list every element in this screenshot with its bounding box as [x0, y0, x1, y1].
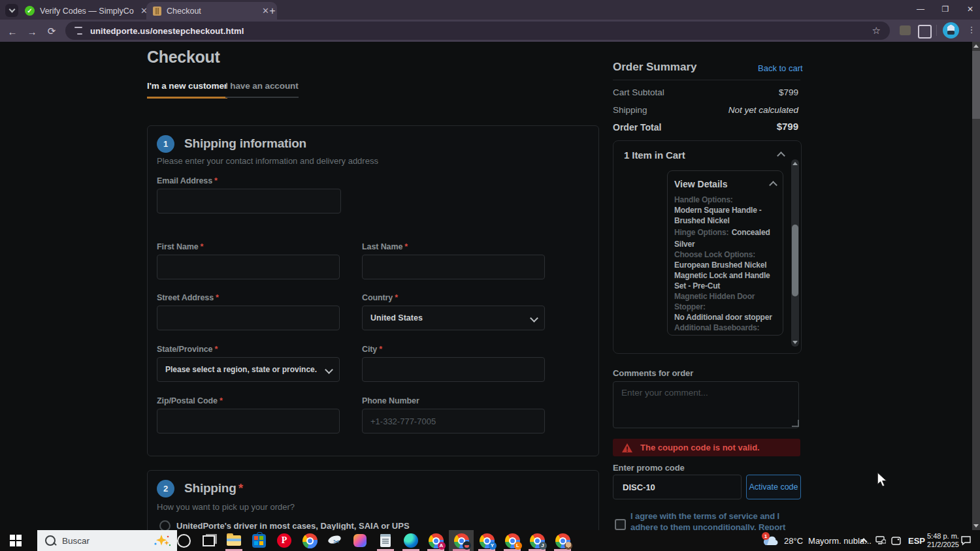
back-to-cart-link[interactable]: Back to cart: [758, 63, 803, 73]
country-select[interactable]: United States: [362, 306, 545, 330]
browser-titlebar: ✓ Verify Codes — SimplyCodes ✕ Checkout …: [0, 0, 980, 20]
tab-search-chevron-icon[interactable]: [5, 4, 18, 17]
comments-textarea[interactable]: [613, 381, 799, 428]
email-label: Email Address*: [157, 176, 218, 185]
chrome-profile-y-button[interactable]: Y: [474, 530, 499, 551]
snipping-tool-button[interactable]: ✂: [323, 530, 348, 551]
chrome-profile-l-button[interactable]: L: [500, 530, 525, 551]
shipping-value: Not yet calculated: [693, 105, 798, 115]
scroll-down-icon[interactable]: [792, 341, 798, 344]
start-button[interactable]: [3, 530, 28, 551]
checkout-page: Checkout I'm a new customer I have an ac…: [0, 42, 980, 530]
url-text[interactable]: unitedporte.us/onestepcheckout.html: [90, 26, 244, 36]
tab-title: Checkout: [167, 7, 255, 16]
page-scrollbar-thumb[interactable]: [972, 51, 980, 119]
page-scrollbar[interactable]: [972, 42, 980, 530]
city-field[interactable]: [362, 357, 545, 382]
network-tray-icon[interactable]: [875, 530, 886, 551]
phone-field[interactable]: [362, 409, 545, 433]
scroll-up-icon[interactable]: [973, 44, 979, 48]
language-indicator[interactable]: ESP: [908, 530, 925, 551]
new-tab-button[interactable]: +: [265, 3, 280, 19]
tab-have-account[interactable]: I have an account: [225, 81, 299, 98]
reload-icon[interactable]: ⟳: [44, 24, 59, 39]
step-number: 2: [157, 480, 174, 497]
pinterest-button[interactable]: P: [272, 530, 297, 551]
chrome-profile-j-button[interactable]: J: [525, 530, 549, 551]
scroll-down-icon[interactable]: [973, 524, 979, 527]
terms-checkbox[interactable]: [615, 519, 626, 530]
file-explorer-button[interactable]: [221, 530, 246, 551]
edge-button[interactable]: [399, 530, 423, 551]
option-value: No Additional door stopper: [674, 312, 776, 323]
extension-icon[interactable]: [900, 25, 911, 35]
copilot-spark-icon: [154, 534, 171, 547]
chrome-icon: L: [505, 533, 520, 548]
window-close-button[interactable]: ✕: [958, 0, 980, 18]
first-name-field[interactable]: [157, 255, 340, 279]
search-icon: [45, 535, 56, 546]
profile-avatar-badge: [463, 541, 471, 550]
last-name-label: Last Name*: [362, 242, 408, 251]
chrome-button[interactable]: [297, 530, 322, 551]
taskbar-search[interactable]: Buscar: [37, 530, 177, 551]
ms-store-button[interactable]: [246, 530, 271, 551]
promo-code-input[interactable]: [613, 475, 742, 499]
chrome-profile-a-button[interactable]: A: [423, 530, 448, 551]
collapse-cart-icon[interactable]: [777, 151, 785, 160]
subtotal-label: Cart Subtotal: [613, 87, 664, 97]
task-view-button[interactable]: [196, 530, 221, 551]
weather-widget[interactable]: 1 28°C Mayorm. nubla...: [763, 530, 872, 551]
edge-icon: [404, 533, 418, 548]
clock[interactable]: 5:48 p. m.21/2/2025: [927, 530, 959, 551]
state-select[interactable]: Please select a region, state or provinc…: [157, 357, 340, 382]
scroll-up-icon[interactable]: [792, 162, 798, 165]
browser-toolbar: ← → ⟳ unitedporte.us/onestepcheckout.htm…: [0, 20, 980, 42]
tab-new-customer[interactable]: I'm a new customer: [147, 81, 227, 99]
section-title: Shipping information: [184, 136, 306, 151]
chrome-profile-active-button[interactable]: [449, 530, 474, 551]
app-window-tray-icon[interactable]: [891, 530, 901, 551]
street-field[interactable]: [157, 306, 340, 330]
window-minimize-button[interactable]: —: [908, 0, 933, 18]
option-value: Modern Square Handle - Brushed Nickel: [674, 205, 776, 226]
forward-icon[interactable]: →: [25, 24, 39, 39]
comments-label: Comments for order: [613, 368, 693, 378]
activate-code-button[interactable]: Activate code: [746, 475, 801, 499]
cortana-button[interactable]: [171, 530, 196, 551]
back-icon[interactable]: ←: [5, 24, 20, 39]
bookmark-star-icon[interactable]: ☆: [872, 25, 881, 37]
view-details-toggle[interactable]: View Details: [674, 179, 727, 189]
notepad-button[interactable]: [373, 530, 398, 551]
summary-divider: [613, 80, 800, 80]
option-value: No Baseboards: [674, 333, 776, 336]
coupon-error-text: The coupon code is not valid.: [640, 443, 760, 452]
tab-simplycodes[interactable]: ✓ Verify Codes — SimplyCodes ✕: [18, 2, 155, 20]
shipping-option-radio[interactable]: [159, 520, 171, 530]
zip-field[interactable]: [157, 409, 340, 433]
cart-scrollbar[interactable]: [791, 159, 799, 347]
screen: ✓ Verify Codes — SimplyCodes ✕ Checkout …: [0, 0, 980, 551]
chrome-profile-avatar-button[interactable]: [550, 530, 575, 551]
textarea-resize-grip[interactable]: [792, 420, 799, 427]
profile-avatar[interactable]: [943, 22, 959, 39]
order-total-value: $799: [719, 121, 798, 132]
address-bar[interactable]: unitedporte.us/onestepcheckout.html ☆: [65, 22, 890, 40]
extensions-puzzle-icon[interactable]: [918, 25, 932, 39]
section-title: Shipping*: [184, 481, 243, 496]
warning-triangle-icon: [622, 443, 632, 452]
snipping-tool-icon: ✂: [328, 535, 342, 546]
action-center-button[interactable]: [960, 530, 972, 551]
ms-store-icon: [252, 534, 266, 548]
tab-checkout[interactable]: Checkout ✕: [146, 2, 277, 20]
last-name-field[interactable]: [362, 255, 545, 279]
collapse-details-icon[interactable]: [769, 181, 777, 189]
cart-scrollbar-thumb[interactable]: [792, 225, 798, 296]
option-label: Magnetic Hidden Door Stopper:: [674, 291, 776, 312]
email-field[interactable]: [157, 189, 341, 213]
site-settings-icon[interactable]: [74, 27, 84, 35]
menu-kebab-icon[interactable]: ⋮: [966, 24, 977, 37]
window-restore-button[interactable]: ❐: [933, 0, 958, 18]
tray-chevron[interactable]: [861, 530, 866, 551]
copilot-button[interactable]: [348, 530, 372, 551]
